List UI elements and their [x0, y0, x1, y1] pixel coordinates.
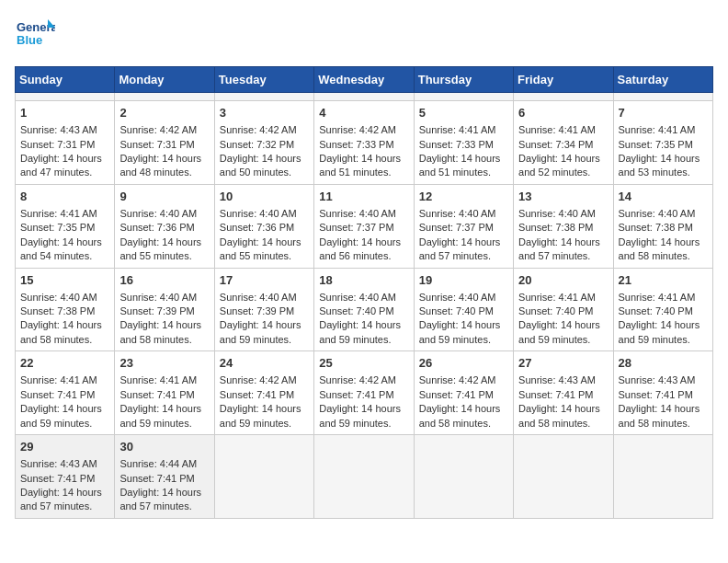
day-info: and 55 minutes. — [119, 249, 209, 263]
day-number: 15 — [20, 272, 109, 289]
day-number: 3 — [220, 105, 309, 121]
day-number: 22 — [20, 355, 109, 372]
col-header-wednesday: Wednesday — [314, 67, 414, 93]
day-info: Daylight: 14 hours — [119, 236, 209, 249]
day-info: and 52 minutes. — [518, 166, 608, 179]
calendar-header-row: SundayMondayTuesdayWednesdayThursdayFrid… — [16, 67, 713, 93]
day-number: 11 — [319, 189, 408, 205]
day-info: Sunset: 7:34 PM — [518, 138, 608, 152]
col-header-monday: Monday — [115, 67, 214, 93]
day-info: and 53 minutes. — [619, 166, 708, 179]
day-info: Sunset: 7:33 PM — [419, 138, 508, 152]
day-info: and 51 minutes. — [419, 166, 508, 179]
day-number: 2 — [119, 105, 209, 121]
day-info: Daylight: 14 hours — [220, 152, 309, 166]
day-info: and 59 minutes. — [20, 417, 109, 431]
day-info: Sunset: 7:32 PM — [220, 138, 309, 152]
day-info: Sunrise: 4:41 AM — [20, 207, 109, 221]
day-info: Sunrise: 4:40 AM — [119, 207, 209, 221]
day-info: Sunrise: 4:41 AM — [419, 123, 508, 137]
week-row-5: 29Sunrise: 4:43 AMSunset: 7:41 PMDayligh… — [16, 435, 713, 519]
day-info: Sunset: 7:36 PM — [119, 221, 209, 235]
day-info: Sunrise: 4:40 AM — [518, 207, 608, 221]
col-header-sunday: Sunday — [16, 67, 115, 93]
day-number: 27 — [518, 355, 608, 372]
day-info: Sunrise: 4:42 AM — [220, 123, 309, 137]
day-number: 17 — [220, 272, 309, 289]
calendar-cell: 1Sunrise: 4:43 AMSunset: 7:31 PMDaylight… — [16, 101, 115, 185]
day-info: Sunrise: 4:40 AM — [319, 207, 408, 221]
day-info: Daylight: 14 hours — [20, 152, 109, 166]
day-info: Daylight: 14 hours — [319, 152, 408, 166]
calendar-cell: 8Sunrise: 4:41 AMSunset: 7:35 PMDaylight… — [16, 184, 115, 268]
day-info: Sunrise: 4:40 AM — [319, 291, 408, 304]
calendar-cell: 26Sunrise: 4:42 AMSunset: 7:41 PMDayligh… — [414, 351, 513, 435]
day-info: Daylight: 14 hours — [119, 402, 209, 416]
day-info: Sunrise: 4:42 AM — [319, 123, 408, 137]
day-info: Sunrise: 4:42 AM — [119, 123, 209, 137]
day-number: 23 — [119, 355, 209, 372]
calendar-cell — [16, 93, 115, 101]
day-info: Daylight: 14 hours — [619, 236, 708, 249]
calendar-cell: 17Sunrise: 4:40 AMSunset: 7:39 PMDayligh… — [214, 268, 313, 351]
day-info: Daylight: 14 hours — [20, 402, 109, 416]
day-info: Sunrise: 4:43 AM — [518, 373, 608, 387]
day-info: Sunrise: 4:40 AM — [419, 291, 508, 304]
day-number: 24 — [220, 355, 309, 372]
calendar-cell — [214, 93, 313, 101]
day-info: Sunset: 7:41 PM — [119, 388, 209, 402]
day-info: Daylight: 14 hours — [619, 318, 708, 332]
day-info: Sunrise: 4:40 AM — [220, 207, 309, 221]
calendar-table: SundayMondayTuesdayWednesdayThursdayFrid… — [15, 66, 713, 519]
day-info: Sunset: 7:38 PM — [518, 221, 608, 235]
day-number: 25 — [319, 355, 408, 372]
day-info: Sunset: 7:41 PM — [220, 388, 309, 402]
calendar-cell — [514, 93, 613, 101]
calendar-cell: 14Sunrise: 4:40 AMSunset: 7:38 PMDayligh… — [613, 184, 712, 268]
calendar-cell — [314, 93, 414, 101]
day-info: Daylight: 14 hours — [619, 152, 708, 166]
day-info: Sunrise: 4:41 AM — [619, 291, 708, 304]
day-number: 5 — [419, 105, 508, 121]
day-info: Sunrise: 4:42 AM — [419, 373, 508, 387]
day-info: Daylight: 14 hours — [518, 152, 608, 166]
calendar-cell — [414, 435, 513, 519]
calendar-cell: 22Sunrise: 4:41 AMSunset: 7:41 PMDayligh… — [16, 351, 115, 435]
day-number: 1 — [20, 105, 109, 121]
day-info: Sunrise: 4:43 AM — [20, 123, 109, 137]
day-info: Sunset: 7:41 PM — [319, 388, 408, 402]
day-info: and 58 minutes. — [619, 417, 708, 431]
calendar-cell — [314, 435, 414, 519]
day-number: 10 — [220, 189, 309, 205]
day-info: Sunset: 7:31 PM — [20, 138, 109, 152]
day-info: Sunrise: 4:43 AM — [20, 457, 109, 471]
day-info: Sunset: 7:41 PM — [20, 472, 109, 486]
day-info: Sunset: 7:40 PM — [319, 304, 408, 318]
col-header-saturday: Saturday — [613, 67, 712, 93]
calendar-cell: 23Sunrise: 4:41 AMSunset: 7:41 PMDayligh… — [115, 351, 214, 435]
day-info: and 50 minutes. — [220, 166, 309, 179]
day-info: Daylight: 14 hours — [619, 402, 708, 416]
calendar-cell: 25Sunrise: 4:42 AMSunset: 7:41 PMDayligh… — [314, 351, 414, 435]
day-info: and 59 minutes. — [119, 417, 209, 431]
day-info: and 58 minutes. — [20, 333, 109, 347]
day-info: Sunrise: 4:43 AM — [619, 373, 708, 387]
calendar-cell — [214, 435, 313, 519]
day-info: Sunset: 7:35 PM — [20, 221, 109, 235]
calendar-cell — [514, 435, 613, 519]
day-number: 26 — [419, 355, 508, 372]
day-info: Daylight: 14 hours — [20, 486, 109, 500]
day-info: Daylight: 14 hours — [20, 236, 109, 249]
calendar-cell: 7Sunrise: 4:41 AMSunset: 7:35 PMDaylight… — [613, 101, 712, 185]
day-info: and 59 minutes. — [220, 333, 309, 347]
page-header: General Blue — [15, 15, 713, 55]
day-info: and 59 minutes. — [319, 417, 408, 431]
day-info: Sunset: 7:39 PM — [119, 304, 209, 318]
day-info: Sunset: 7:31 PM — [119, 138, 209, 152]
calendar-cell: 19Sunrise: 4:40 AMSunset: 7:40 PMDayligh… — [414, 268, 513, 351]
day-number: 18 — [319, 272, 408, 289]
day-info: Daylight: 14 hours — [419, 318, 508, 332]
day-info: Sunset: 7:41 PM — [619, 388, 708, 402]
day-info: and 59 minutes. — [419, 333, 508, 347]
day-number: 29 — [20, 439, 109, 455]
